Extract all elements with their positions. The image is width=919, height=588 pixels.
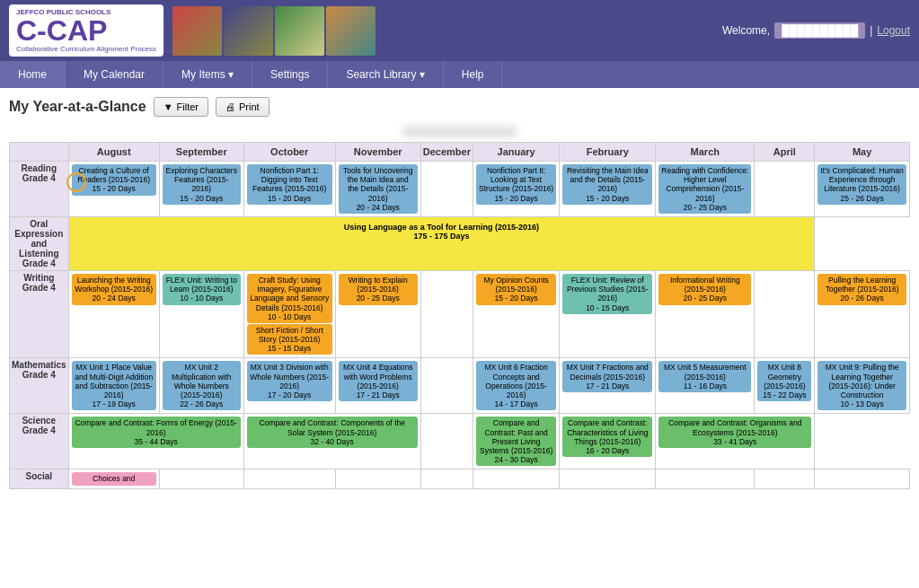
writing-row: Writing Grade 4 Launching the Writing Wo… [10, 270, 910, 358]
nav-my-calendar[interactable]: My Calendar [66, 61, 163, 88]
writing-may: Pulling the Learning Together (2015-2016… [815, 270, 910, 358]
writing-unit-6[interactable]: My Opinion Counts (2015-2016)15 - 20 Day… [476, 274, 556, 305]
writing-unit-3[interactable]: Craft Study: Using Imagery, Figurative L… [247, 274, 332, 323]
reading-aug: Creating a Culture of Readers (2015-2016… [68, 162, 159, 217]
writing-unit-flex2[interactable]: FLEX Unit: Review of Previous Studies (2… [562, 274, 652, 314]
reading-feb: Revisiting the Main Idea and the Details… [560, 162, 656, 217]
writing-unit-1[interactable]: Launching the Writing Workshop (2015-201… [72, 274, 156, 305]
math-row: Mathematics Grade 4 MX Unit 1 Place Valu… [10, 358, 910, 414]
welcome-label: Welcome, [722, 24, 770, 37]
print-icon: 🖨 [225, 101, 235, 112]
reading-unit-5[interactable]: Nonfiction Part II: Looking at Text Stru… [476, 164, 556, 205]
nav-help[interactable]: Help [444, 61, 503, 88]
reading-unit-4[interactable]: Tools for Uncovering the Main Idea and t… [339, 164, 418, 214]
photo-2 [224, 6, 273, 56]
science-unit-5[interactable]: Compare and Contrast: Organisms and Ecos… [656, 414, 815, 470]
user-info: ████ █████ [402, 127, 517, 136]
writing-unit-flex1[interactable]: FLEX Unit: Writing to Learn (2015-2016)1… [163, 274, 241, 305]
math-unit-6[interactable]: MX Unit 6 Fraction Concepts and Operatio… [476, 361, 556, 410]
math-feb: MX Unit 7 Fractions and Decimals (2015-2… [560, 358, 656, 414]
math-may: MX Unit 9: Pulling the Learning Together… [815, 358, 910, 414]
math-unit-1[interactable]: MX Unit 1 Place Value and Multi-Digit Ad… [72, 361, 156, 410]
user-info-bar: ████ █████ [9, 126, 910, 136]
science-unit-1[interactable]: Compare and Contrast: Forms of Energy (2… [68, 414, 243, 470]
social-apr [755, 470, 815, 488]
header: JEFFCO PUBLIC SCHOOLS C-CAP Collaborativ… [0, 0, 919, 61]
th-october: October [243, 143, 335, 162]
nav-search-library[interactable]: Search Library ▾ [328, 61, 443, 88]
header-left: JEFFCO PUBLIC SCHOOLS C-CAP Collaborativ… [9, 4, 376, 57]
reading-mar: Reading with Confidence: Higher Level Co… [656, 162, 755, 217]
logo-sub: Collaborative Curriculum Alignment Proce… [16, 45, 156, 53]
writing-nov: Writing to Explain (2015-2016)20 - 25 Da… [335, 270, 420, 358]
math-unit-5[interactable]: MX Unit 5 Measurement (2015-2016)11 - 16… [658, 361, 751, 392]
reading-unit-7[interactable]: Reading with Confidence: Higher Level Co… [658, 164, 751, 214]
science-unit-2[interactable]: Compare and Contrast: Components of the … [243, 414, 420, 470]
separator: | [870, 24, 872, 37]
math-unit-7[interactable]: MX Unit 7 Fractions and Decimals (2015-2… [562, 361, 652, 392]
writing-feb: FLEX Unit: Review of Previous Studies (2… [560, 270, 656, 358]
social-jan [473, 470, 559, 488]
reading-oct: Nonfiction Part 1: Digging into Text Fea… [243, 162, 335, 217]
writing-unit-7[interactable]: Informational Writing (2015-2016)20 - 25… [658, 274, 751, 305]
social-sep [159, 470, 243, 488]
math-label: Mathematics Grade 4 [10, 358, 69, 414]
filter-button[interactable]: ▼ Filter [154, 97, 208, 117]
writing-unit-5[interactable]: Writing to Explain (2015-2016)20 - 25 Da… [339, 274, 418, 305]
math-unit-2[interactable]: MX Unit 2 Multiplication with Whole Numb… [163, 361, 241, 410]
username: ██████████ [774, 22, 865, 39]
social-nov [335, 470, 420, 488]
science-unit-4[interactable]: Compare and Contrast: Characteristics of… [560, 414, 656, 470]
math-apr: MX Unit 8 Geometry (2015-2016)15 - 22 Da… [755, 358, 815, 414]
nav-settings[interactable]: Settings [252, 61, 328, 88]
logo-area: JEFFCO PUBLIC SCHOOLS C-CAP Collaborativ… [9, 4, 163, 57]
reading-unit-6[interactable]: Revisiting the Main Idea and the Details… [562, 164, 652, 205]
writing-oct: Craft Study: Using Imagery, Figurative L… [243, 270, 335, 358]
oral-row: Oral Expression and Listening Grade 4 Us… [10, 216, 910, 270]
writing-label: Writing Grade 4 [10, 270, 69, 358]
science-unit-3[interactable]: Compare and Contrast: Past and Present L… [473, 414, 559, 470]
th-november: November [335, 143, 420, 162]
header-photos [172, 6, 376, 56]
social-mar [656, 470, 755, 488]
social-unit-1[interactable]: Choices and [72, 472, 156, 485]
print-button[interactable]: 🖨 Print [216, 97, 270, 117]
reading-label: Reading Grade 4 [10, 162, 69, 217]
th-april: April [755, 143, 815, 162]
th-january: January [473, 143, 559, 162]
reading-unit-2[interactable]: Exploring Characters Features (2015-2016… [163, 164, 241, 205]
reading-may: It's Complicated: Human Experience throu… [815, 162, 910, 217]
reading-nov: Tools for Uncovering the Main Idea and t… [335, 162, 420, 217]
nav-my-items[interactable]: My Items ▾ [163, 61, 252, 88]
page-header: My Year-at-a-Glance ▼ Filter 🖨 Print [9, 97, 910, 117]
reading-apr [755, 162, 815, 217]
math-unit-3[interactable]: MX Unit 3 Division with Whole Numbers (2… [247, 361, 332, 401]
reading-unit-3[interactable]: Nonfiction Part 1: Digging into Text Fea… [247, 164, 332, 205]
writing-unit-4[interactable]: Short Fiction / Short Story (2015-2016)1… [247, 324, 332, 355]
nav-home[interactable]: Home [0, 61, 66, 88]
writing-apr [755, 270, 815, 358]
social-row: Social Choices and [10, 470, 910, 488]
social-aug: Choices and [68, 470, 159, 488]
writing-unit-8[interactable]: Pulling the Learning Together (2015-2016… [817, 274, 906, 305]
math-oct: MX Unit 3 Division with Whole Numbers (2… [243, 358, 335, 414]
month-header-row: August September October November Decemb… [10, 143, 910, 162]
social-feb [560, 470, 656, 488]
social-dec [420, 470, 473, 488]
logout-link[interactable]: Logout [877, 24, 910, 37]
th-february: February [560, 143, 656, 162]
social-may [815, 470, 910, 488]
reading-unit-8[interactable]: It's Complicated: Human Experience throu… [817, 164, 906, 205]
photo-1 [172, 6, 222, 56]
writing-dec [420, 270, 473, 358]
photo-3 [275, 6, 324, 56]
math-unit-4[interactable]: MX Unit 4 Equations with Word Problems (… [339, 361, 418, 401]
math-jan: MX Unit 6 Fraction Concepts and Operatio… [473, 358, 559, 414]
math-nov: MX Unit 4 Equations with Word Problems (… [335, 358, 420, 414]
math-unit-9[interactable]: MX Unit 9: Pulling the Learning Together… [817, 361, 906, 410]
writing-aug: Launching the Writing Workshop (2015-201… [68, 270, 159, 358]
math-unit-8[interactable]: MX Unit 8 Geometry (2015-2016)15 - 22 Da… [757, 361, 811, 401]
oral-span-cell: Using Language as a Tool for Learning (2… [68, 216, 815, 270]
page-title: My Year-at-a-Glance [9, 99, 146, 115]
reading-row: Reading Grade 4 Creating a Culture of Re… [10, 162, 910, 217]
